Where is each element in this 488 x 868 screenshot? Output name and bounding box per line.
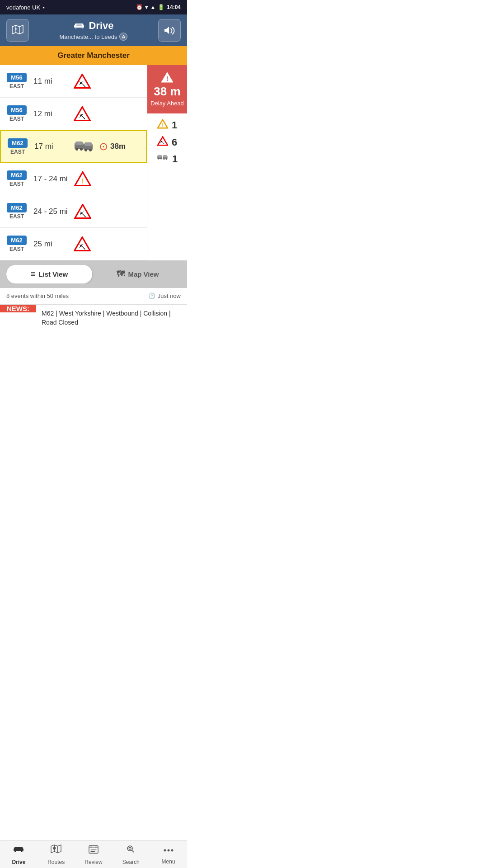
svg-text:⛏: ⛏ — [79, 113, 86, 121]
roadwork-triangle-icon: ⛏ — [157, 136, 168, 149]
map-button[interactable] — [6, 19, 29, 42]
svg-point-33 — [160, 158, 162, 159]
delay-time: 38m — [110, 142, 126, 151]
svg-text:!: ! — [166, 75, 169, 82]
svg-point-34 — [163, 158, 164, 160]
traffic-row[interactable]: M62 EAST 17 - 24 mi ! — [0, 163, 147, 195]
svg-point-12 — [75, 148, 78, 151]
road-badge: M62 EAST — [6, 138, 29, 155]
sound-icon — [164, 25, 175, 35]
right-sidebar: ! 38 m Delay Ahead ! 1 ⛏ — [147, 65, 187, 260]
traffic-row[interactable]: M56 EAST 11 mi ⛏ — [0, 65, 147, 98]
congestion-count-row: 1 — [147, 153, 187, 165]
carrier-text: vodafone UK — [6, 4, 40, 11]
view-toggle-area: ≡ List View 🗺 Map View — [0, 260, 187, 288]
map-icon — [11, 25, 24, 36]
congestion-count: 1 — [172, 153, 178, 165]
news-bar: NEWS: M62 | West Yorkshire | Westbound |… — [0, 304, 187, 331]
alarm-icon: ⏰ — [136, 4, 143, 10]
region-banner: Greater Manchester — [0, 46, 187, 65]
traffic-row-highlighted[interactable]: M62 EAST 17 mi ⊙ 38m — [0, 130, 147, 163]
svg-text:!: ! — [81, 177, 84, 186]
list-view-button[interactable]: ≡ List View — [6, 265, 92, 283]
svg-rect-1 — [75, 27, 77, 28]
road-badge: M56 EAST — [5, 105, 28, 122]
traffic-row[interactable]: M56 EAST 12 mi ⛏ — [0, 98, 147, 130]
map-view-icon: 🗺 — [117, 269, 125, 279]
traffic-list: M56 EAST 11 mi ⛏ M56 EAST 12 mi ⛏ — [0, 65, 147, 260]
delay-ahead-label: Delay Ahead — [150, 100, 184, 107]
delay-summary: ! 38 m Delay Ahead — [147, 65, 187, 113]
status-right: ⏰ ▾ ▲ 🔋 14:04 — [136, 4, 181, 10]
events-footer: 8 events within 50 miles 🕐 Just now — [0, 288, 187, 304]
svg-point-15 — [89, 149, 92, 151]
svg-text:⛏: ⛏ — [79, 80, 86, 88]
status-carrier: vodafone UK ▪ — [6, 4, 45, 11]
clock: 14:04 — [167, 4, 181, 10]
road-badge: M62 EAST — [5, 170, 28, 187]
road-badge: M62 EAST — [5, 203, 28, 220]
header-title: Drive — [29, 20, 158, 32]
warning-triangle-icon: ! — [157, 119, 168, 132]
app-header: Drive Mancheste... to Leeds A — [0, 14, 187, 46]
roadwork-icon: ⛏ — [73, 74, 92, 89]
roadwork-icon: ⛏ — [73, 236, 92, 251]
svg-text:⛏: ⛏ — [79, 243, 86, 251]
svg-rect-11 — [84, 142, 92, 146]
svg-point-13 — [80, 148, 83, 151]
timestamp: Just now — [158, 292, 181, 299]
svg-rect-29 — [158, 155, 161, 156]
signal-icon: ▲ — [150, 4, 155, 10]
svg-text:!: ! — [162, 122, 164, 127]
svg-point-0 — [15, 28, 17, 30]
battery-icon: 🔋 — [158, 4, 164, 10]
wifi-icon: ▾ — [145, 4, 148, 10]
clock-icon: 🕐 — [148, 292, 155, 299]
svg-text:⛏: ⛏ — [160, 140, 165, 145]
route-badge: A — [119, 33, 127, 41]
sidebar-incidents: ! 1 ⛏ 6 — [147, 113, 187, 170]
main-container: M56 EAST 11 mi ⛏ M56 EAST 12 mi ⛏ — [0, 65, 187, 260]
svg-rect-3 — [76, 24, 82, 26]
svg-rect-2 — [81, 27, 83, 28]
warning-icon-sidebar: ! — [161, 71, 174, 83]
svg-rect-31 — [163, 155, 167, 157]
roadwork-icon: ⛏ — [73, 106, 92, 121]
delay-time-label: 38 m — [154, 85, 180, 99]
traffic-row[interactable]: M62 EAST 25 mi ⛏ — [0, 228, 147, 260]
road-badge: M56 EAST — [5, 73, 28, 90]
warning-count-row: ! 1 — [147, 119, 187, 132]
svg-text:⛏: ⛏ — [79, 211, 86, 218]
news-text: M62 | West Yorkshire | Westbound | Colli… — [36, 305, 187, 331]
congestion-icon — [74, 139, 94, 154]
sim-icon: ▪ — [42, 4, 45, 11]
roadwork-count: 6 — [172, 137, 177, 148]
timestamp-area: 🕐 Just now — [148, 292, 181, 299]
road-badge: M62 EAST — [5, 236, 28, 252]
delay-info: ⊙ 38m — [99, 140, 126, 153]
app-title: Drive — [89, 20, 113, 32]
svg-point-35 — [166, 158, 167, 160]
traffic-row[interactable]: M62 EAST 24 - 25 mi ⛏ — [0, 195, 147, 228]
alert-circle-icon: ⊙ — [99, 140, 108, 153]
roadwork-count-row: ⛏ 6 — [147, 136, 187, 149]
car-icon — [73, 21, 85, 30]
warning-count: 1 — [172, 119, 177, 131]
events-count: 8 events within 50 miles — [6, 292, 69, 299]
warning-icon: ! — [73, 171, 92, 186]
news-label: NEWS: — [0, 305, 36, 312]
header-center: Drive Mancheste... to Leeds A — [29, 20, 158, 41]
svg-rect-9 — [75, 142, 83, 145]
roadwork-icon: ⛏ — [73, 204, 92, 219]
list-icon: ≡ — [31, 269, 36, 279]
map-view-button[interactable]: 🗺 Map View — [95, 265, 181, 283]
view-toggle: ≡ List View 🗺 Map View — [6, 265, 181, 283]
congestion-cars-icon — [157, 153, 169, 165]
svg-point-32 — [158, 158, 160, 159]
status-bar: vodafone UK ▪ ⏰ ▾ ▲ 🔋 14:04 — [0, 0, 187, 14]
sound-button[interactable] — [158, 19, 181, 42]
route-subtitle: Mancheste... to Leeds A — [29, 33, 158, 41]
svg-point-14 — [84, 149, 87, 151]
